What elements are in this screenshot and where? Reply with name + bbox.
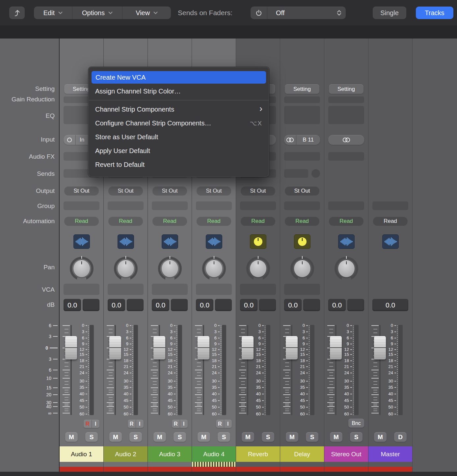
group-slot[interactable] [284,201,320,210]
automation-mode-button[interactable]: Read [329,217,363,226]
pan-knob[interactable] [335,257,358,280]
view-menu-button[interactable]: View [122,7,171,19]
solo-button[interactable]: D [394,432,407,442]
solo-button[interactable]: S [129,432,142,442]
track-name-plate[interactable]: Stereo Out [324,446,368,462]
tracks-view-button[interactable]: Tracks [416,7,453,19]
output-button[interactable]: St Out [152,186,187,196]
track-waveform-icon[interactable] [206,234,222,249]
setting-button[interactable]: Setting [285,84,319,94]
group-slot[interactable] [328,201,364,210]
input-monitor-button[interactable]: I [92,420,100,428]
group-slot[interactable] [64,201,99,210]
automation-mode-button[interactable]: Read [285,217,319,226]
sends-slot[interactable] [284,169,308,178]
db-value-display[interactable]: 0.0 [108,299,125,311]
group-slot[interactable] [152,201,188,210]
automation-mode-button[interactable]: Read [373,217,408,226]
automation-mode-button[interactable]: Read [64,217,99,226]
menu-item-create-new-vca[interactable]: Create New VCA [92,71,266,84]
pan-knob[interactable] [290,257,314,280]
mute-button[interactable]: M [198,432,210,442]
fader-handle[interactable] [286,336,298,359]
pan-knob[interactable] [70,257,94,280]
automation-mode-button[interactable]: Read [108,217,143,226]
record-enable-button[interactable]: R [172,420,180,428]
fader-handle[interactable] [242,336,254,359]
mute-button[interactable]: M [374,432,387,442]
solo-button[interactable]: S [174,432,186,442]
volume-fader[interactable]: 03691215182124303540455060 [238,324,271,416]
input-monitor-button[interactable]: I [180,420,188,428]
output-button[interactable]: St Out [108,186,143,196]
track-name-plate[interactable]: Delay [280,446,324,462]
vca-slot[interactable] [240,284,276,295]
track-waveform-icon[interactable] [162,234,178,249]
db-value-display[interactable]: 0.0 [284,299,302,311]
record-enable-button[interactable]: R [84,420,92,428]
group-slot[interactable] [372,201,408,210]
mute-button[interactable]: M [153,432,166,442]
peak-value-display[interactable] [303,299,320,311]
solo-button[interactable]: S [262,432,274,442]
group-slot[interactable] [108,201,144,210]
vca-slot[interactable] [284,284,320,295]
menu-item-assign-channel-strip-color[interactable]: Assign Channel Strip Color… [89,84,269,98]
menu-item-channel-strip-components[interactable]: Channel Strip Components › [89,102,269,116]
audio-fx-slot[interactable] [284,152,320,161]
volume-fader[interactable]: 03691215182124303540455060 [106,324,139,416]
mute-button[interactable]: M [330,432,342,442]
automation-mode-button[interactable]: Read [152,217,187,226]
automation-mode-button[interactable]: Read [241,217,275,226]
group-slot[interactable] [196,201,232,210]
input-button[interactable] [328,135,364,145]
track-waveform-icon[interactable] [382,234,399,249]
output-button[interactable]: St Out [241,186,275,196]
peak-value-display[interactable] [171,299,188,311]
setting-button[interactable]: Setting [329,84,363,94]
vca-slot[interactable] [196,284,232,295]
power-button[interactable] [251,7,267,19]
fader-handle[interactable] [65,336,77,359]
track-waveform-icon[interactable] [118,234,134,249]
aux-knob-icon[interactable] [294,234,310,249]
eq-display[interactable] [284,106,320,124]
go-up-button[interactable] [9,7,25,19]
output-button[interactable]: St Out [64,186,99,196]
gain-reduction-display[interactable] [328,96,364,103]
send-level-knob[interactable] [311,169,320,178]
peak-value-display[interactable] [83,299,99,311]
sends-on-faders-value[interactable]: Off [267,9,337,17]
bounce-button[interactable]: Bnc [348,419,364,428]
track-waveform-icon[interactable] [73,234,90,249]
solo-button[interactable]: S [306,432,318,442]
pan-knob[interactable] [114,257,138,280]
output-button[interactable]: St Out [285,186,319,196]
output-button[interactable]: St Out [197,186,231,196]
group-slot[interactable] [240,201,276,210]
track-name-plate[interactable]: Audio 4 [192,446,236,462]
gain-reduction-display[interactable] [284,96,320,103]
volume-fader[interactable]: 03691215182124303540455060 [371,324,404,416]
input-monitor-button[interactable]: I [224,420,232,428]
db-value-display[interactable]: 0.0 [240,299,257,311]
db-value-display[interactable]: 0.0 [372,299,408,311]
record-enable-button[interactable]: R [216,420,224,428]
pan-knob[interactable] [202,257,226,280]
peak-value-display[interactable] [347,299,364,311]
menu-item-revert-to-default[interactable]: Revert to Default [89,158,269,172]
fader-handle[interactable] [374,336,386,359]
record-enable-button[interactable]: R [128,420,136,428]
db-value-display[interactable]: 0.0 [196,299,213,311]
options-menu-button[interactable]: Options [72,7,122,19]
volume-fader[interactable]: 03691215182124303540455060 [150,324,183,416]
vca-slot[interactable] [64,284,99,295]
edit-menu-button[interactable]: Edit [34,7,72,19]
solo-button[interactable]: S [85,432,98,442]
menu-item-apply-user-default[interactable]: Apply User Default [89,144,269,158]
track-name-plate[interactable]: Audio 1 [60,446,103,462]
db-value-display[interactable]: 0.0 [328,299,346,311]
vca-slot[interactable] [108,284,144,295]
aux-knob-icon[interactable] [250,234,266,249]
mute-button[interactable]: M [65,432,78,442]
